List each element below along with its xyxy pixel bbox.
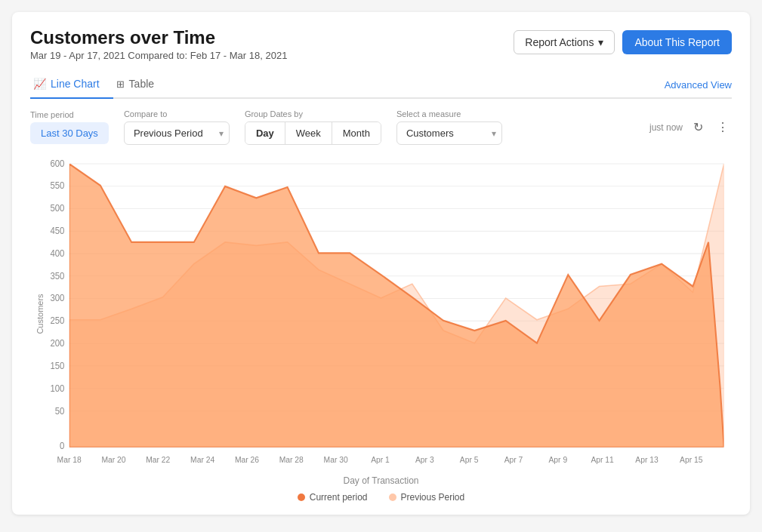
measure-group: Select a measure Customers ▾ [396, 109, 502, 145]
current-period-dot [298, 494, 305, 501]
header-row: Customers over Time Mar 19 - Apr 17, 202… [30, 27, 732, 61]
svg-text:150: 150 [50, 361, 64, 371]
about-report-button[interactable]: About This Report [622, 30, 732, 54]
y-axis-label: Customers [35, 294, 45, 334]
svg-marker-28 [69, 164, 724, 447]
svg-text:Apr 3: Apr 3 [415, 454, 434, 463]
main-card: Customers over Time Mar 19 - Apr 17, 202… [12, 12, 750, 515]
advanced-view-link[interactable]: Advanced View [665, 79, 732, 91]
svg-text:Mar 28: Mar 28 [279, 454, 304, 463]
compare-to-group: Compare to Previous Period ▾ [124, 109, 230, 145]
more-options-button[interactable]: ⋮ [714, 117, 732, 137]
table-icon: ⊞ [116, 78, 125, 90]
previous-period-dot [389, 494, 396, 501]
group-dates-group: Group Dates by Day Week Month [245, 109, 381, 145]
svg-text:Apr 1: Apr 1 [371, 454, 390, 463]
time-period-label: Time period [30, 110, 109, 119]
chevron-down-icon: ▾ [598, 36, 603, 48]
line-chart-icon: 📈 [33, 78, 46, 90]
time-period-group: Time period Last 30 Days [30, 110, 109, 144]
area-chart: 600 550 500 450 400 350 300 250 200 150 … [30, 155, 732, 472]
subtitle: Mar 19 - Apr 17, 2021 Compared to: Feb 1… [30, 50, 287, 61]
svg-text:Apr 11: Apr 11 [591, 454, 613, 463]
legend-current: Current period [298, 492, 368, 503]
group-dates-buttons: Day Week Month [245, 121, 381, 145]
compare-to-select-wrap: Previous Period ▾ [124, 121, 230, 145]
svg-text:450: 450 [50, 226, 64, 235]
tabs: 📈 Line Chart ⊞ Table [30, 72, 168, 97]
svg-text:Mar 24: Mar 24 [190, 454, 214, 463]
chart-container: Customers 600 550 500 [30, 155, 732, 472]
current-period-label: Current period [310, 492, 368, 503]
svg-text:Apr 5: Apr 5 [460, 454, 479, 463]
svg-text:Apr 13: Apr 13 [635, 454, 658, 463]
compare-to-label: Compare to [124, 109, 230, 118]
svg-text:350: 350 [50, 270, 64, 280]
svg-text:550: 550 [50, 180, 64, 190]
svg-text:400: 400 [50, 248, 64, 257]
svg-text:Mar 18: Mar 18 [57, 454, 82, 463]
header-actions: Report Actions ▾ About This Report [514, 30, 732, 54]
page-title: Customers over Time [30, 27, 287, 48]
compare-to-select[interactable]: Previous Period [124, 121, 230, 145]
svg-text:Apr 15: Apr 15 [680, 454, 702, 463]
previous-period-label: Previous Period [401, 492, 465, 503]
svg-text:Mar 22: Mar 22 [146, 454, 170, 463]
right-actions: just now ↻ ⋮ [649, 117, 732, 137]
legend: Current period Previous Period [30, 492, 732, 503]
time-period-button[interactable]: Last 30 Days [30, 122, 109, 144]
filters-row: Time period Last 30 Days Compare to Prev… [30, 109, 732, 145]
svg-text:Apr 9: Apr 9 [548, 454, 567, 463]
svg-text:600: 600 [50, 158, 64, 168]
refresh-icon: ↻ [693, 120, 703, 134]
x-axis-label: Day of Transaction [30, 475, 732, 486]
report-actions-button[interactable]: Report Actions ▾ [514, 30, 615, 54]
measure-label: Select a measure [396, 109, 502, 118]
group-dates-label: Group Dates by [245, 109, 381, 118]
group-day-button[interactable]: Day [245, 122, 285, 144]
legend-previous: Previous Period [389, 492, 465, 503]
svg-text:200: 200 [50, 338, 64, 348]
refresh-timestamp: just now [649, 122, 683, 133]
svg-text:Mar 26: Mar 26 [235, 454, 259, 463]
refresh-button[interactable]: ↻ [690, 117, 706, 137]
svg-text:Apr 7: Apr 7 [504, 454, 523, 463]
svg-text:50: 50 [55, 405, 65, 415]
tabs-row: 📈 Line Chart ⊞ Table Advanced View [30, 72, 732, 99]
svg-text:500: 500 [50, 203, 64, 213]
svg-text:100: 100 [50, 383, 64, 392]
measure-select[interactable]: Customers [396, 121, 502, 145]
svg-text:250: 250 [50, 315, 64, 325]
group-week-button[interactable]: Week [285, 122, 332, 144]
more-options-icon: ⋮ [717, 120, 729, 134]
group-month-button[interactable]: Month [332, 122, 381, 144]
svg-text:0: 0 [60, 441, 65, 451]
tab-table[interactable]: ⊞ Table [113, 72, 168, 99]
svg-text:300: 300 [50, 293, 64, 303]
svg-text:Mar 20: Mar 20 [101, 454, 125, 463]
title-group: Customers over Time Mar 19 - Apr 17, 202… [30, 27, 287, 61]
svg-text:Mar 30: Mar 30 [324, 454, 348, 463]
tab-line-chart[interactable]: 📈 Line Chart [30, 72, 113, 99]
measure-select-wrap: Customers ▾ [396, 121, 502, 145]
